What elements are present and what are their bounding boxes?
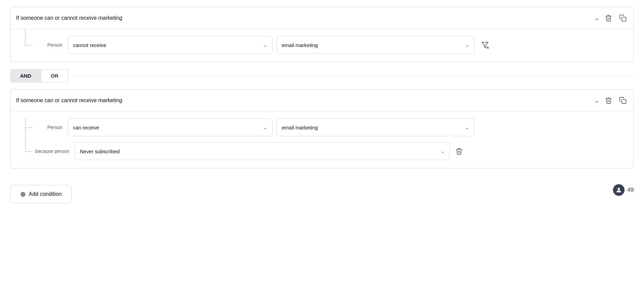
condition-2-actions: ⌄ — [594, 95, 628, 106]
condition-1-row-1-label: Person — [35, 42, 62, 48]
condition-2-marketing-chevron-icon: ⌄ — [465, 125, 469, 130]
and-or-section: AND OR — [10, 69, 634, 82]
condition-2-marketing-select[interactable]: email marketing ⌄ — [277, 119, 474, 136]
condition-2-delete-button[interactable] — [603, 95, 614, 106]
svg-rect-4 — [622, 99, 626, 104]
condition-2-receive-value: can receive — [73, 125, 260, 130]
condition-1-marketing-select[interactable]: email marketing ⌄ — [277, 36, 474, 54]
condition-1-receive-select[interactable]: cannot receive ⌄ — [68, 36, 273, 54]
condition-1-body: Person cannot receive ⌄ email marketing … — [11, 29, 633, 62]
condition-2-reason-select[interactable]: Never subscribed ⌄ — [75, 142, 450, 160]
condition-1-marketing-value: email marketing — [282, 42, 462, 48]
footer-bar: ⊕ Add condition 49 — [10, 177, 634, 203]
avatar-badge: 49 — [613, 184, 634, 196]
condition-1-chevron-icon: ⌄ — [594, 14, 599, 22]
condition-2-marketing-value: email marketing — [282, 125, 462, 130]
page-container: If someone can or cannot receive marketi… — [0, 0, 644, 214]
condition-2-copy-button[interactable] — [618, 95, 628, 106]
condition-1-title: If someone can or cannot receive marketi… — [16, 15, 590, 21]
condition-2-row-2-delete-button[interactable] — [454, 146, 464, 156]
condition-2-row-1: Person can receive ⌄ email marketing ⌄ — [19, 119, 625, 136]
svg-point-5 — [618, 188, 620, 190]
condition-1-receive-value: cannot receive — [73, 42, 260, 48]
condition-1-marketing-chevron-icon: ⌄ — [465, 42, 469, 48]
avatar-icon — [613, 184, 625, 196]
svg-rect-0 — [622, 17, 626, 21]
and-or-divider-line — [68, 76, 634, 76]
and-button[interactable]: AND — [10, 69, 41, 82]
condition-block-2: If someone can or cannot receive marketi… — [10, 89, 634, 169]
condition-1-receive-chevron-icon: ⌄ — [263, 42, 267, 48]
condition-1-delete-button[interactable] — [603, 13, 614, 23]
condition-1-filter-button[interactable] — [479, 40, 492, 50]
condition-2-body: Person can receive ⌄ email marketing ⌄ b… — [11, 111, 633, 168]
condition-2-row-2: because person Never subscribed ⌄ — [19, 142, 625, 160]
condition-2-header[interactable]: If someone can or cannot receive marketi… — [11, 90, 633, 111]
condition-1-header[interactable]: If someone can or cannot receive marketi… — [11, 7, 633, 29]
condition-2-reason-chevron-icon: ⌄ — [441, 148, 445, 154]
condition-2-reason-value: Never subscribed — [80, 148, 437, 154]
condition-2-receive-chevron-icon: ⌄ — [263, 125, 267, 130]
condition-1-row-1: Person cannot receive ⌄ email marketing … — [19, 36, 625, 54]
condition-2-title: If someone can or cannot receive marketi… — [16, 97, 590, 104]
condition-2-receive-select[interactable]: can receive ⌄ — [68, 119, 273, 136]
condition-2-row-2-label: because person — [35, 148, 69, 154]
condition-block-1: If someone can or cannot receive marketi… — [10, 7, 634, 62]
condition-1-copy-button[interactable] — [618, 13, 628, 23]
condition-1-actions: ⌄ — [594, 13, 628, 23]
add-circle-icon: ⊕ — [20, 190, 26, 198]
add-condition-button[interactable]: ⊕ Add condition — [10, 185, 72, 203]
add-condition-label: Add condition — [29, 191, 62, 197]
avatar-count: 49 — [627, 187, 634, 193]
condition-2-chevron-icon: ⌄ — [594, 97, 599, 104]
or-button[interactable]: OR — [41, 69, 69, 82]
condition-2-row-1-label: Person — [35, 125, 62, 130]
